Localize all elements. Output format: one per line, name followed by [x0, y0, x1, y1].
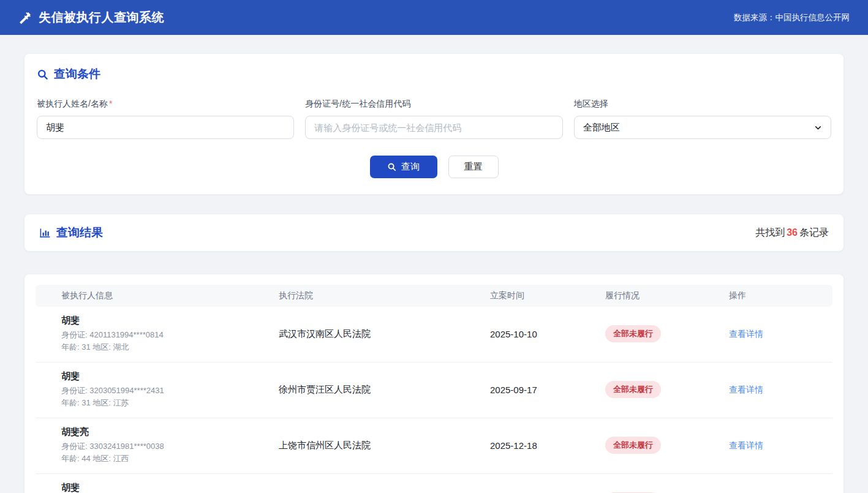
app-title: 失信被执行人查询系统 [39, 9, 164, 26]
view-details-link[interactable]: 查看详情 [729, 385, 763, 394]
query-form: 被执行人姓名/名称* 身份证号/统一社会信用代码 地区选择 全部地区 [37, 99, 831, 139]
filing-date-cell: 2025-12-18 [490, 440, 605, 451]
required-asterisk: * [109, 99, 112, 108]
view-details-link[interactable]: 查看详情 [729, 440, 763, 450]
table-row: 胡斐 身份证: 3203051994****2431 年龄: 31 地区: 江苏… [36, 363, 832, 418]
person-meta-line: 年龄: 31 地区: 江苏 [61, 397, 279, 409]
results-title: 查询结果 [39, 225, 103, 241]
table-header-row: 被执行人信息 执行法院 立案时间 履行情况 操作 [36, 285, 832, 307]
field-region: 地区选择 全部地区 [574, 99, 831, 139]
search-icon [387, 162, 396, 171]
action-cell: 查看详情 [729, 440, 832, 451]
status-cell: 全部未履行 [605, 437, 729, 454]
table-row: 胡斐 身份证: 4416221999****5172 年龄: 26 地区: 广东… [36, 474, 832, 493]
status-badge: 全部未履行 [605, 437, 661, 454]
court-cell: 上饶市信州区人民法院 [279, 440, 490, 451]
filing-date-cell: 2025-10-10 [490, 329, 605, 339]
court-cell: 武汉市汉南区人民法院 [279, 328, 490, 340]
query-conditions-card: 查询条件 被执行人姓名/名称* 身份证号/统一社会信用代码 地区选择 全部地区 [25, 54, 843, 194]
person-meta-line: 年龄: 31 地区: 湖北 [61, 341, 279, 353]
table-row: 胡斐 身份证: 4201131994****0814 年龄: 31 地区: 湖北… [36, 307, 832, 363]
table-body: 胡斐 身份证: 4201131994****0814 年龄: 31 地区: 湖北… [36, 307, 832, 493]
status-cell: 全部未履行 [605, 381, 729, 398]
id-field-label: 身份证号/统一社会信用代码 [305, 99, 562, 110]
status-badge: 全部未履行 [605, 381, 661, 398]
person-name: 胡斐亮 [61, 426, 279, 438]
person-name: 胡斐 [61, 482, 279, 493]
field-id-number: 身份证号/统一社会信用代码 [305, 99, 562, 139]
col-header-action: 操作 [729, 290, 832, 301]
results-count: 共找到36条记录 [755, 227, 829, 239]
region-field-label: 地区选择 [574, 99, 831, 110]
gavel-icon [18, 11, 32, 24]
table-row: 胡斐亮 身份证: 3303241981****0038 年龄: 44 地区: 江… [36, 418, 832, 474]
col-header-person: 被执行人信息 [36, 290, 279, 301]
col-header-date: 立案时间 [490, 290, 605, 301]
person-cell: 胡斐 身份证: 4416221999****5172 年龄: 26 地区: 广东 [36, 482, 279, 493]
person-id-line: 身份证: 3303241981****0038 [61, 440, 279, 453]
search-icon [37, 69, 48, 80]
chevron-down-icon [814, 124, 822, 132]
col-header-status: 履行情况 [605, 290, 729, 301]
results-table-card: 被执行人信息 执行法院 立案时间 履行情况 操作 胡斐 身份证: 4201131… [25, 274, 843, 493]
person-id-line: 身份证: 4201131994****0814 [61, 329, 279, 341]
data-source-label: 数据来源：中国执行信息公开网 [734, 12, 850, 23]
id-number-input[interactable] [305, 116, 562, 139]
results-count-number: 36 [785, 227, 799, 238]
status-cell: 全部未履行 [605, 325, 729, 342]
view-details-link[interactable]: 查看详情 [729, 329, 763, 339]
name-input[interactable] [37, 116, 294, 139]
action-cell: 查看详情 [729, 328, 832, 340]
person-cell: 胡斐 身份证: 4201131994****0814 年龄: 31 地区: 湖北 [36, 315, 279, 353]
region-select-value: 全部地区 [583, 122, 620, 134]
search-button[interactable]: 查询 [370, 156, 437, 178]
person-cell: 胡斐亮 身份证: 3303241981****0038 年龄: 44 地区: 江… [36, 426, 279, 464]
brand: 失信被执行人查询系统 [18, 9, 164, 26]
query-conditions-title-text: 查询条件 [54, 66, 100, 82]
query-conditions-title: 查询条件 [37, 66, 831, 82]
person-id-line: 身份证: 3203051994****2431 [61, 385, 279, 397]
field-name: 被执行人姓名/名称* [37, 99, 294, 139]
person-cell: 胡斐 身份证: 3203051994****2431 年龄: 31 地区: 江苏 [36, 371, 279, 408]
results-title-text: 查询结果 [56, 225, 103, 241]
person-name: 胡斐 [61, 371, 279, 382]
topbar: 失信被执行人查询系统 数据来源：中国执行信息公开网 [0, 0, 868, 35]
filing-date-cell: 2025-09-17 [490, 385, 605, 395]
action-cell: 查看详情 [729, 384, 832, 396]
reset-button[interactable]: 重置 [448, 156, 499, 178]
court-cell: 徐州市贾汪区人民法院 [279, 384, 490, 396]
search-button-label: 查询 [401, 161, 420, 173]
status-badge: 全部未履行 [605, 325, 661, 342]
name-field-label: 被执行人姓名/名称* [37, 99, 294, 110]
results-summary-card: 查询结果 共找到36条记录 [25, 214, 843, 251]
main-content: 查询条件 被执行人姓名/名称* 身份证号/统一社会信用代码 地区选择 全部地区 [0, 35, 868, 493]
reset-button-label: 重置 [464, 161, 483, 173]
bar-chart-icon [39, 227, 51, 239]
person-meta-line: 年龄: 44 地区: 江西 [61, 453, 279, 465]
region-select[interactable]: 全部地区 [574, 116, 831, 139]
person-name: 胡斐 [61, 315, 279, 326]
query-actions: 查询 重置 [37, 156, 831, 178]
col-header-court: 执行法院 [279, 290, 490, 301]
